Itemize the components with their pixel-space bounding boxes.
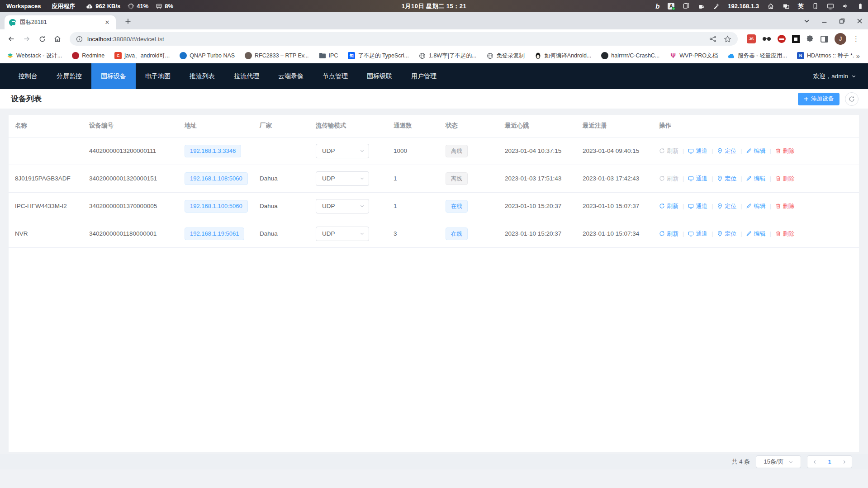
nav-item-7[interactable]: 节点管理 [313, 63, 357, 89]
bookmark-item[interactable]: Webstack - 设计... [6, 52, 62, 60]
clipboard-icon[interactable] [683, 3, 689, 9]
bookmark-item[interactable]: QNAP Turbo NAS [180, 52, 235, 59]
bookmark-star-icon[interactable] [724, 35, 731, 43]
volume-icon[interactable] [842, 3, 849, 9]
nav-item-3[interactable]: 电子地图 [136, 63, 180, 89]
browser-tab[interactable]: 国标28181 ✕ [5, 15, 116, 29]
phone-link-icon[interactable] [812, 3, 819, 9]
bookmark-item[interactable]: Cjava、android可... [114, 52, 170, 60]
bookmark-item[interactable]: RFC2833 – RTP Ev... [245, 52, 309, 59]
forward-button[interactable] [20, 32, 33, 46]
site-favicon: C [114, 52, 122, 59]
locate-action[interactable]: 定位 [717, 230, 736, 238]
dictionary-icon[interactable]: A [668, 3, 674, 9]
nav-item-5[interactable]: 拉流代理 [224, 63, 269, 89]
stream-mode-select[interactable]: UDP [316, 171, 369, 186]
back-button[interactable] [5, 32, 18, 46]
screenshot-extension-icon[interactable] [792, 35, 800, 43]
coffee-icon[interactable] [697, 3, 705, 10]
bing-icon[interactable]: b [655, 2, 659, 10]
js-extension-icon[interactable]: JS [747, 34, 756, 43]
share-icon[interactable] [709, 35, 716, 43]
locate-action[interactable]: 定位 [717, 175, 736, 183]
bookmark-item[interactable]: hairrrrr/C-CrashC... [601, 52, 659, 59]
channel-action[interactable]: 通道 [688, 202, 707, 210]
refresh-action[interactable]: 刷新 [659, 175, 678, 183]
channel-action[interactable]: 通道 [688, 147, 707, 155]
edit-action[interactable]: 编辑 [746, 175, 765, 183]
adblock-extension-icon[interactable] [778, 35, 786, 43]
stream-mode-select[interactable]: UDP [316, 199, 369, 213]
bookmark-item[interactable]: 如何编译Android... [535, 52, 592, 60]
refresh-action[interactable]: 刷新 [659, 202, 678, 210]
bookmark-item[interactable]: IPC [319, 52, 338, 59]
extensions-puzzle-icon[interactable] [806, 35, 814, 43]
nav-item-6[interactable]: 云端录像 [269, 63, 313, 89]
bookmarks-overflow-icon[interactable]: » [854, 52, 862, 60]
edit-action[interactable]: 编辑 [746, 147, 765, 155]
edit-action[interactable]: 编辑 [746, 230, 765, 238]
nav-item-0[interactable]: 控制台 [9, 63, 47, 89]
minimize-icon[interactable] [821, 18, 827, 24]
browser-menu-icon[interactable]: ⋮ [853, 35, 860, 43]
home-icon[interactable] [767, 3, 774, 10]
tab-close-icon[interactable]: ✕ [103, 19, 111, 27]
locate-action[interactable]: 定位 [717, 147, 736, 155]
bookmark-item[interactable]: 免登录复制 [486, 52, 525, 60]
delete-action[interactable]: 删除 [775, 230, 795, 238]
profile-avatar[interactable]: J [835, 33, 846, 45]
bookmark-item[interactable]: NHDAtmos :: 种子 *... [797, 52, 854, 60]
close-icon[interactable] [857, 18, 863, 24]
display-icon[interactable] [827, 3, 834, 10]
color-picker-icon[interactable] [713, 3, 720, 9]
edit-action[interactable]: 编辑 [746, 202, 765, 210]
address-bar[interactable]: localhost:38080/#/deviceList [70, 32, 738, 46]
applications-button[interactable]: 应用程序 [52, 2, 75, 10]
refresh-action[interactable]: 刷新 [659, 230, 678, 238]
bookmark-item[interactable]: 知了不起的 TypeScri... [348, 52, 409, 60]
refresh-list-button[interactable] [845, 92, 859, 106]
page-size-select[interactable]: 15条/页 [756, 455, 801, 468]
nav-item-4[interactable]: 推流列表 [180, 63, 224, 89]
bookmark-item[interactable]: 1.8W字|了不起的... [419, 52, 476, 60]
cloud-download-icon [86, 3, 93, 10]
site-info-icon[interactable] [76, 36, 83, 43]
bookmark-item[interactable]: ΨWVP-PRO文档 [669, 52, 718, 60]
locate-action[interactable]: 定位 [717, 202, 736, 210]
input-method-indicator[interactable]: 英 [798, 2, 804, 10]
channel-action[interactable]: 通道 [688, 175, 707, 183]
user-menu[interactable]: 欢迎，admin [813, 63, 868, 89]
new-tab-button[interactable] [122, 15, 134, 27]
device-address-cell: 192.168.1.108:5060 [178, 165, 253, 192]
nav-item-2[interactable]: 国标设备 [91, 63, 136, 89]
prev-page-icon[interactable] [812, 460, 817, 464]
current-page[interactable]: 1 [828, 459, 831, 465]
sidebar-toggle-icon[interactable] [821, 36, 828, 43]
reload-button[interactable] [35, 32, 49, 46]
bookmark-item[interactable]: 服务器 - 轻量应用... [728, 52, 787, 60]
tab-search-icon[interactable] [804, 18, 810, 24]
next-page-icon[interactable] [842, 460, 847, 464]
stream-mode-select[interactable]: UDP [316, 144, 369, 158]
home-button[interactable] [51, 32, 64, 46]
add-device-button[interactable]: 添加设备 [798, 93, 840, 105]
delete-action[interactable]: 删除 [775, 147, 795, 155]
stream-mode-select[interactable]: UDP [316, 227, 369, 241]
battery-icon[interactable] [857, 3, 863, 10]
site-favicon [601, 52, 608, 59]
workspaces-button[interactable]: Workspaces [6, 3, 41, 9]
action-label: 通道 [696, 175, 707, 183]
delete-action[interactable]: 删除 [775, 202, 795, 210]
ip-address-indicator[interactable]: 192.168.1.3 [728, 3, 759, 9]
nav-item-9[interactable]: 用户管理 [402, 63, 446, 89]
refresh-action[interactable]: 刷新 [659, 147, 678, 155]
nav-item-1[interactable]: 分屏监控 [47, 63, 91, 89]
nav-item-8[interactable]: 国标级联 [357, 63, 402, 89]
restore-icon[interactable] [839, 18, 845, 24]
workspace-switcher-icon[interactable] [783, 3, 790, 10]
glasses-extension-icon[interactable] [762, 36, 771, 42]
delete-action[interactable]: 删除 [775, 175, 795, 183]
channel-action[interactable]: 通道 [688, 230, 707, 238]
system-clock[interactable]: 1月10日 星期二 15：21 [402, 2, 466, 10]
bookmark-item[interactable]: Redmine [72, 52, 104, 59]
